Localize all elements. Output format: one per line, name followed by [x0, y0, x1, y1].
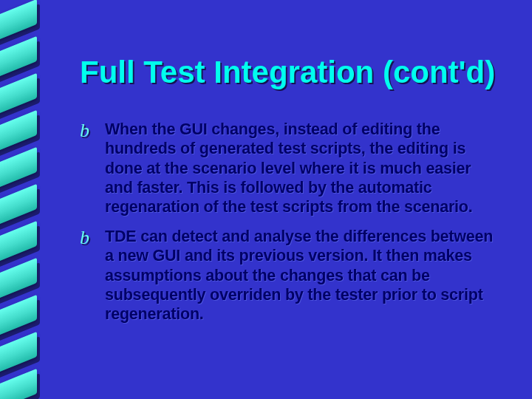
bullet-list: b When the GUI changes, instead of editi…: [80, 120, 499, 324]
bullet-text: TDE can detect and analyse the differenc…: [105, 227, 499, 324]
slide-title: Full Test Integration (cont'd): [80, 56, 499, 89]
list-item: b When the GUI changes, instead of editi…: [80, 120, 499, 216]
list-item: b TDE can detect and analyse the differe…: [80, 227, 499, 324]
slide: Full Test Integration (cont'd) b When th…: [0, 0, 532, 399]
bullet-icon: b: [80, 121, 95, 140]
bullet-text: When the GUI changes, instead of editing…: [105, 120, 499, 216]
bullet-icon: b: [80, 228, 95, 248]
